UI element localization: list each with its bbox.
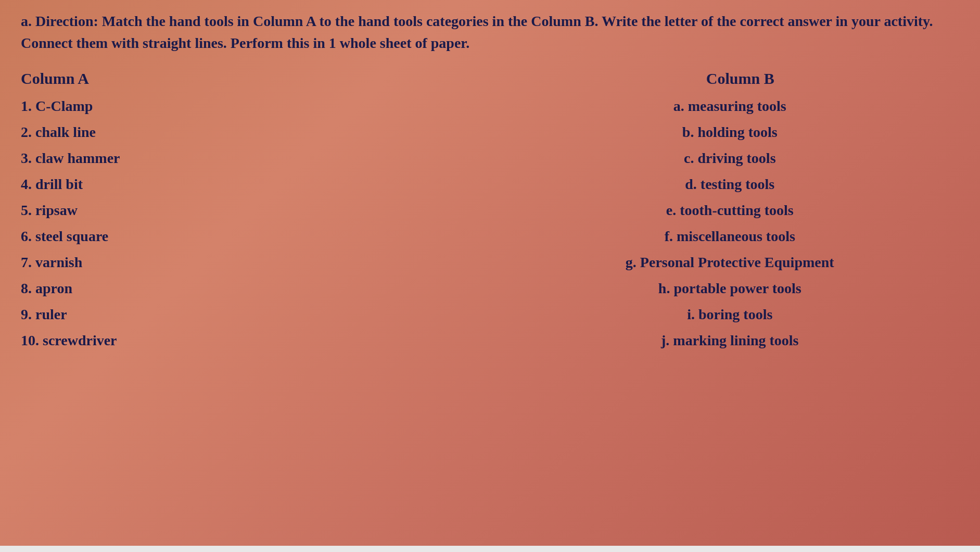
column-a-header: Column A <box>21 70 480 87</box>
list-item: 8. apron <box>21 280 480 297</box>
list-item: 5. ripsaw <box>21 202 480 219</box>
list-item: h. portable power tools <box>501 280 960 297</box>
list-item: c. driving tools <box>501 150 960 167</box>
list-item: 7. varnish <box>21 254 480 271</box>
list-item: g. Personal Protective Equipment <box>501 254 960 271</box>
list-item: i. boring tools <box>501 306 960 323</box>
list-item: d. testing tools <box>501 176 960 193</box>
list-item: 9. ruler <box>21 306 480 323</box>
list-item: 4. drill bit <box>21 176 480 193</box>
list-item: 2. chalk line <box>21 124 480 141</box>
list-item: f. miscellaneous tools <box>501 228 960 245</box>
column-b-header: Column B <box>521 70 960 87</box>
list-item: e. tooth-cutting tools <box>501 202 960 219</box>
list-item: 6. steel square <box>21 228 480 245</box>
page-container: a. Direction: Match the hand tools in Co… <box>0 0 980 552</box>
list-item: j. marking lining tools <box>501 332 960 349</box>
columns-wrapper: Column A 1. C-Clamp 2. chalk line 3. cla… <box>21 70 959 358</box>
directions-text: a. Direction: Match the hand tools in Co… <box>21 10 958 54</box>
list-item: b. holding tools <box>501 124 960 141</box>
list-item: a. measuring tools <box>501 98 960 115</box>
column-b: Column B a. measuring tools b. holding t… <box>490 70 960 358</box>
column-a: Column A 1. C-Clamp 2. chalk line 3. cla… <box>21 70 490 358</box>
list-item: 3. claw hammer <box>21 150 480 167</box>
list-item: 10. screwdriver <box>21 332 480 349</box>
list-item: 1. C-Clamp <box>21 98 480 115</box>
bottom-border <box>0 546 980 552</box>
